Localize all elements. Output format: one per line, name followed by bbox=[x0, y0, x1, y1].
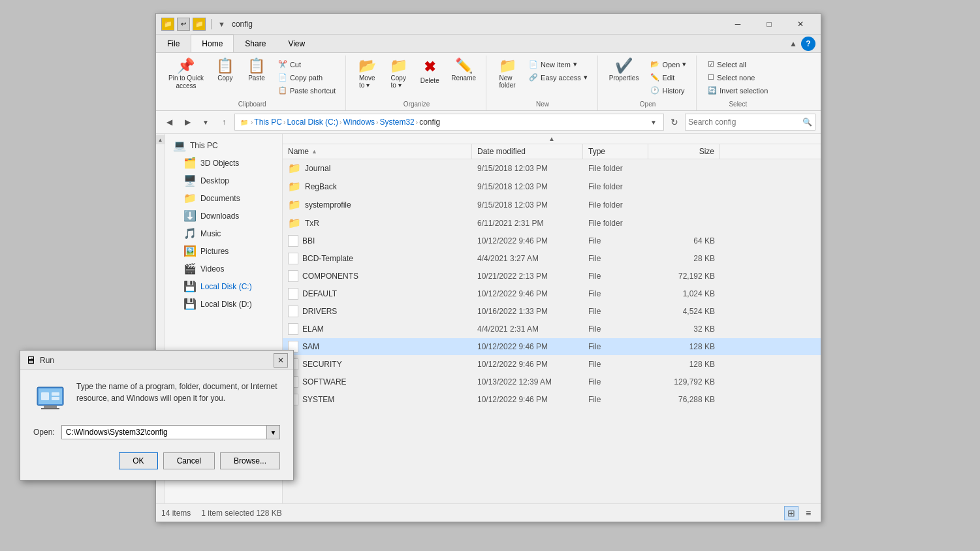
tiles-view-button[interactable]: ≡ bbox=[801, 506, 815, 520]
recent-locations-button[interactable]: ▼ bbox=[198, 114, 213, 130]
sidebar-item-3d-objects[interactable]: 🗂️ 3D Objects bbox=[165, 154, 282, 172]
table-row[interactable]: 📁 Journal 9/15/2018 12:03 PM File folder bbox=[283, 159, 821, 178]
copy-to-button[interactable]: 📁 Copyto ▾ bbox=[384, 55, 413, 92]
copy-path-button[interactable]: 📄 Copy path bbox=[274, 71, 340, 84]
up-button[interactable]: ↑ bbox=[216, 114, 232, 130]
table-row[interactable]: 📁 RegBack 9/15/2018 12:03 PM File folder bbox=[283, 178, 821, 196]
details-view-button[interactable]: ⊞ bbox=[784, 506, 798, 520]
run-browse-button[interactable]: Browse... bbox=[220, 452, 280, 469]
sidebar-item-local-d[interactable]: 💾 Local Disk (D:) bbox=[165, 295, 282, 313]
copy-button[interactable]: 📋 Copy bbox=[211, 55, 240, 85]
sidebar-item-videos[interactable]: 🎬 Videos bbox=[165, 260, 282, 277]
file-name: SECURITY bbox=[283, 356, 472, 373]
help-icon[interactable]: ? bbox=[801, 37, 815, 51]
file-date: 4/4/2021 2:31 AM bbox=[472, 322, 583, 336]
dropdown-arrow[interactable]: ▼ bbox=[218, 20, 225, 28]
address-expand-icon[interactable]: ▼ bbox=[650, 119, 657, 126]
table-row[interactable]: SAM 10/12/2022 9:46 PM File 128 KB bbox=[283, 338, 821, 356]
edit-button[interactable]: ✏️ Edit bbox=[646, 71, 691, 84]
rename-button[interactable]: ✏️ Rename bbox=[447, 55, 481, 85]
tab-home[interactable]: Home bbox=[191, 35, 234, 52]
sidebar-item-downloads[interactable]: ⬇️ Downloads bbox=[165, 207, 282, 225]
select-all-button[interactable]: ☑ Select all bbox=[703, 58, 772, 71]
run-dropdown-arrow[interactable]: ▼ bbox=[266, 426, 279, 439]
breadcrumb-c[interactable]: Local Disk (C:) bbox=[287, 118, 338, 127]
move-to-icon: 📂 bbox=[358, 59, 376, 73]
sidebar-item-pictures[interactable]: 🖼️ Pictures bbox=[165, 242, 282, 260]
refresh-button[interactable]: ↻ bbox=[667, 114, 682, 130]
paste-button[interactable]: 📋 Paste bbox=[242, 55, 271, 85]
table-row[interactable]: SOFTWARE 10/13/2022 12:39 AM File 129,79… bbox=[283, 373, 821, 391]
table-row[interactable]: SYSTEM 10/12/2022 9:46 PM File 76,288 KB bbox=[283, 391, 821, 409]
search-input[interactable] bbox=[688, 118, 800, 127]
folder-icon: 📁 bbox=[288, 198, 301, 211]
invert-selection-button[interactable]: 🔄 Invert selection bbox=[703, 84, 772, 97]
move-to-button[interactable]: 📂 Moveto ▾ bbox=[353, 55, 381, 92]
select-none-button[interactable]: ☐ Select none bbox=[703, 71, 772, 84]
pin-to-quick-access-button[interactable]: 📌 Pin to Quickaccess bbox=[164, 55, 208, 93]
quick-access-icon[interactable]: 📁 bbox=[161, 18, 174, 31]
new-item-button[interactable]: 📄 New item ▾ bbox=[524, 58, 592, 71]
run-close-button[interactable]: ✕ bbox=[274, 353, 288, 368]
sidebar-item-this-pc[interactable]: 💻 This PC bbox=[165, 136, 282, 154]
sidebar-scroll-up[interactable]: ▲ bbox=[156, 135, 165, 144]
history-button[interactable]: 🕐 History bbox=[646, 84, 691, 97]
run-open-input[interactable] bbox=[62, 426, 266, 439]
properties-button[interactable]: ✔️ Properties bbox=[605, 55, 644, 85]
delete-button[interactable]: ✖ Delete bbox=[415, 55, 444, 87]
table-row[interactable]: DRIVERS 10/16/2022 1:33 PM File 4,524 KB bbox=[283, 303, 821, 321]
sort-arrow-up[interactable]: ▲ bbox=[548, 135, 555, 142]
folder-icon: 📁 bbox=[288, 162, 301, 174]
col-header-date[interactable]: Date modified bbox=[472, 144, 583, 159]
breadcrumb-config[interactable]: config bbox=[419, 118, 440, 127]
maximize-button[interactable]: □ bbox=[754, 14, 784, 35]
sort-icon: ▲ bbox=[311, 148, 317, 155]
close-button[interactable]: ✕ bbox=[785, 14, 815, 35]
tab-file[interactable]: File bbox=[156, 35, 191, 52]
table-row[interactable]: 📁 systemprofile 9/15/2018 12:03 PM File … bbox=[283, 196, 821, 214]
col-header-size[interactable]: Size bbox=[648, 144, 720, 159]
col-header-type[interactable]: Type bbox=[583, 144, 648, 159]
folder-icon[interactable]: 📁 bbox=[193, 18, 206, 31]
paste-shortcut-button[interactable]: 📋 Paste shortcut bbox=[274, 84, 340, 97]
sidebar-item-music[interactable]: 🎵 Music bbox=[165, 225, 282, 242]
table-row[interactable]: COMPONENTS 10/21/2022 2:13 PM File 72,19… bbox=[283, 268, 821, 285]
easy-access-button[interactable]: 🔗 Easy access ▾ bbox=[524, 71, 592, 84]
table-row[interactable]: DEFAULT 10/12/2022 9:46 PM File 1,024 KB bbox=[283, 285, 821, 303]
undo-icon[interactable]: ↩ bbox=[177, 18, 190, 31]
sidebar-item-local-c[interactable]: 💾 Local Disk (C:) bbox=[165, 277, 282, 295]
new-folder-button[interactable]: 📁 Newfolder bbox=[493, 55, 522, 92]
sidebar-item-desktop[interactable]: 🖥️ Desktop bbox=[165, 172, 282, 189]
open-group-label: Open bbox=[640, 99, 656, 110]
run-ok-button[interactable]: OK bbox=[119, 452, 157, 469]
file-name: 📁 RegBack bbox=[283, 178, 472, 195]
tab-share[interactable]: Share bbox=[234, 35, 277, 52]
ribbon-collapse-icon[interactable]: ▲ bbox=[789, 39, 797, 48]
minimize-button[interactable]: ─ bbox=[723, 14, 753, 35]
file-size: 1,024 KB bbox=[648, 287, 720, 301]
back-button[interactable]: ◀ bbox=[161, 114, 177, 130]
breadcrumb-windows[interactable]: Windows bbox=[343, 118, 375, 127]
table-row[interactable]: ELAM 4/4/2021 2:31 AM File 32 KB bbox=[283, 321, 821, 338]
breadcrumb-thispc[interactable]: This PC bbox=[254, 118, 282, 127]
window-title: config bbox=[227, 20, 723, 29]
search-icon[interactable]: 🔍 bbox=[802, 118, 812, 127]
col-header-name[interactable]: Name ▲ bbox=[283, 144, 472, 159]
file-size bbox=[648, 202, 720, 208]
scissors-icon: ✂️ bbox=[278, 60, 287, 69]
tab-view[interactable]: View bbox=[277, 35, 316, 52]
cut-button[interactable]: ✂️ Cut bbox=[274, 58, 340, 71]
select-all-icon: ☑ bbox=[708, 60, 714, 69]
sidebar-item-documents[interactable]: 📁 Documents bbox=[165, 189, 282, 207]
table-row[interactable]: BCD-Template 4/4/2021 3:27 AM File 28 KB bbox=[283, 250, 821, 268]
breadcrumb-system32[interactable]: System32 bbox=[379, 118, 414, 127]
open-button[interactable]: 📂 Open ▾ bbox=[646, 58, 691, 71]
window-controls: ─ □ ✕ bbox=[723, 14, 815, 35]
run-description: Type the name of a program, folder, docu… bbox=[76, 381, 280, 415]
forward-button[interactable]: ▶ bbox=[180, 114, 195, 130]
run-input-wrapper: ▼ bbox=[61, 425, 280, 439]
table-row[interactable]: BBI 10/12/2022 9:46 PM File 64 KB bbox=[283, 232, 821, 250]
run-cancel-button[interactable]: Cancel bbox=[163, 452, 215, 469]
table-row[interactable]: 📁 TxR 6/11/2021 2:31 PM File folder bbox=[283, 214, 821, 232]
table-row[interactable]: SECURITY 10/12/2022 9:46 PM File 128 KB bbox=[283, 356, 821, 373]
